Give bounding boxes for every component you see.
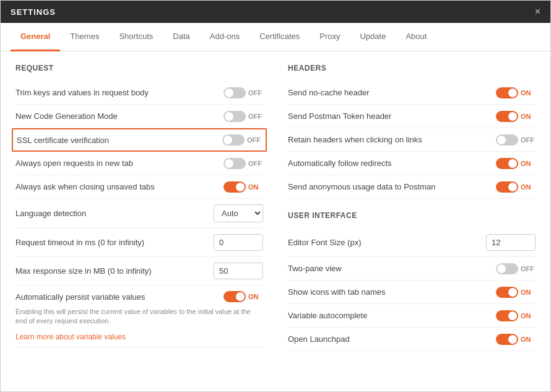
setting-tab-icons: Show icons with tab names ON [288,281,536,304]
tab-shortcuts[interactable]: Shortcuts [109,23,163,51]
two-pane-switch[interactable] [496,263,518,274]
response-size-input[interactable] [214,263,263,279]
ssl-switch[interactable] [222,134,245,146]
setting-autocomplete: Variable autocomplete ON [288,304,536,328]
two-pane-toggle[interactable]: OFF [496,263,536,274]
autocomplete-toggle[interactable]: ON [496,310,536,321]
window-title: SETTINGS [11,7,56,17]
auto-redirect-toggle[interactable]: ON [496,158,536,169]
retain-headers-state: OFF [521,136,536,144]
setting-launchpad: Open Launchpad ON [288,328,536,351]
persist-vars-switch[interactable] [223,291,246,302]
tabs-bar: General Themes Shortcuts Data Add-ons Ce… [1,23,550,51]
persist-vars-link[interactable]: Learn more about variable values [15,333,126,341]
setting-two-pane: Two-pane view OFF [288,257,536,281]
setting-font-size: Editor Font Size (px) [288,229,536,257]
persist-vars-state: ON [248,293,263,300]
left-column: REQUEST Trim keys and values in request … [15,64,263,379]
setting-persist-vars: Automatically persist variable values ON… [15,285,263,347]
tab-addons[interactable]: Add-ons [200,23,249,51]
new-tab-toggle[interactable]: OFF [223,158,263,169]
auto-redirect-label: Automatically follow redirects [288,159,496,168]
postman-token-switch[interactable] [496,111,518,122]
auto-redirect-switch[interactable] [496,158,518,169]
postman-token-toggle[interactable]: ON [496,111,536,122]
new-tab-label: Always open requests in new tab [15,159,223,168]
language-label: Language detection [15,209,214,218]
code-gen-toggle[interactable]: OFF [223,111,263,122]
retain-headers-switch[interactable] [496,134,518,146]
tab-general[interactable]: General [11,23,60,51]
ask-close-switch[interactable] [223,181,246,193]
postman-token-label: Send Postman Token header [288,111,496,121]
setting-response-size: Max response size in MB (0 to infinity) [15,257,263,285]
ui-section-title: USER INTERFACE [288,211,536,220]
launchpad-label: Open Launchpad [288,334,496,344]
setting-ssl: SSL certificate verification OFF [12,128,267,152]
anon-usage-state: ON [521,183,536,191]
setting-new-tab: Always open requests in new tab OFF [15,152,263,175]
tab-icons-toggle[interactable]: ON [496,287,536,298]
setting-language: Language detection Auto Manual [15,199,263,229]
tab-icons-switch[interactable] [496,287,518,298]
settings-content: REQUEST Trim keys and values in request … [1,51,550,391]
ssl-label: SSL certificate verification [17,136,222,145]
two-pane-label: Two-pane view [288,264,496,273]
request-section-title: REQUEST [15,64,263,72]
autocomplete-switch[interactable] [496,310,518,321]
setting-ask-close: Always ask when closing unsaved tabs ON [15,175,263,199]
headers-section-title: HEADERS [288,64,536,72]
setting-trim-keys: Trim keys and values in request body OFF [15,81,263,105]
code-gen-switch[interactable] [223,111,246,122]
tab-icons-label: Show icons with tab names [288,287,496,297]
two-pane-state: OFF [521,265,536,272]
anon-usage-switch[interactable] [496,181,518,193]
tab-icons-state: ON [521,289,536,296]
trim-keys-state: OFF [248,89,263,97]
autocomplete-label: Variable autocomplete [288,311,496,320]
trim-keys-switch[interactable] [223,87,246,98]
persist-vars-label: Automatically persist variable values [15,292,223,302]
tab-certificates[interactable]: Certificates [249,23,310,51]
timeout-input[interactable] [214,234,263,251]
trim-keys-toggle[interactable]: OFF [223,87,263,98]
ask-close-label: Always ask when closing unsaved tabs [15,182,223,191]
tab-about[interactable]: About [396,23,436,51]
autocomplete-state: ON [521,312,536,320]
timeout-label: Request timeout in ms (0 for infinity) [15,238,214,247]
code-gen-label: New Code Generation Mode [15,111,223,121]
auto-redirect-state: ON [521,160,536,167]
font-size-label: Editor Font Size (px) [288,238,486,247]
postman-token-state: ON [521,113,536,120]
ask-close-toggle[interactable]: ON [223,181,263,193]
no-cache-toggle[interactable]: ON [496,87,536,98]
anon-usage-label: Send anonymous usage data to Postman [288,182,496,191]
no-cache-switch[interactable] [496,87,518,98]
ssl-state: OFF [247,136,262,144]
new-tab-state: OFF [248,160,263,167]
tab-update[interactable]: Update [350,23,396,51]
ssl-toggle[interactable]: OFF [222,134,262,146]
settings-window: SETTINGS × General Themes Shortcuts Data… [0,0,551,392]
close-button[interactable]: × [535,7,540,17]
language-select[interactable]: Auto Manual [214,204,263,222]
tab-themes[interactable]: Themes [60,23,109,51]
trim-keys-label: Trim keys and values in request body [15,88,223,97]
setting-no-cache: Send no-cache header ON [288,81,536,105]
title-bar: SETTINGS × [1,1,550,23]
font-size-input[interactable] [486,234,536,251]
launchpad-switch[interactable] [496,334,518,345]
retain-headers-toggle[interactable]: OFF [496,134,536,146]
response-size-label: Max response size in MB (0 to infinity) [15,266,214,276]
setting-timeout: Request timeout in ms (0 for infinity) [15,229,263,257]
no-cache-state: ON [521,89,536,97]
setting-postman-token: Send Postman Token header ON [288,105,536,128]
tab-data[interactable]: Data [163,23,199,51]
persist-vars-toggle[interactable]: ON [223,291,263,302]
ask-close-state: ON [248,183,263,191]
tab-proxy[interactable]: Proxy [310,23,350,51]
launchpad-toggle[interactable]: ON [496,334,536,345]
new-tab-switch[interactable] [223,158,246,169]
code-gen-state: OFF [248,113,263,120]
anon-usage-toggle[interactable]: ON [496,181,536,193]
